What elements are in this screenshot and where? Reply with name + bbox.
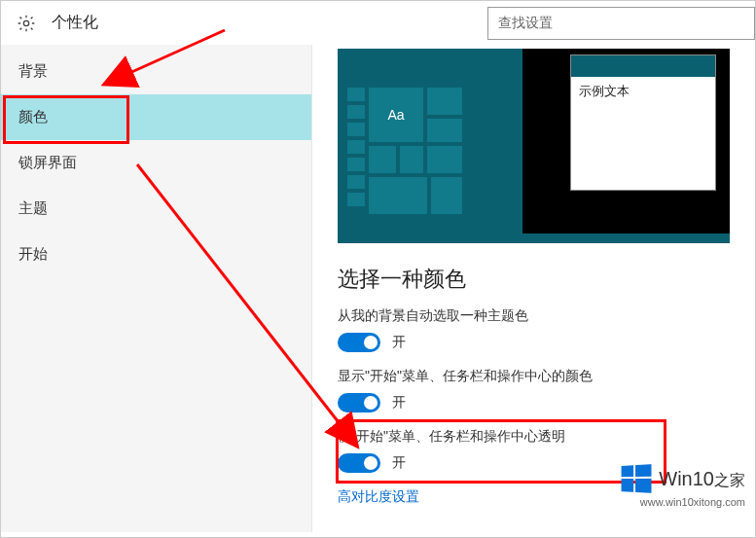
sidebar-item-lockscreen[interactable]: 锁屏界面 [1,140,311,186]
toggle-state: 开 [392,334,406,351]
preview-tile-aa: Aa [369,88,423,142]
sample-window-text: 示例文本 [571,77,715,106]
section-heading: 选择一种颜色 [338,265,730,294]
svg-point-0 [23,20,28,25]
sidebar-item-label: 背景 [18,62,48,79]
color-preview: Aa 示例文本 [338,49,730,243]
toggle-auto-accent[interactable] [338,333,380,352]
page-title: 个性化 [52,13,98,33]
sidebar-item-label: 主题 [18,199,48,216]
setting-label: 显示"开始"菜单、任务栏和操作中心的颜色 [338,368,730,385]
sidebar-item-colors[interactable]: 颜色 [1,94,311,140]
sidebar-item-label: 开始 [18,245,48,262]
sidebar: 背景 颜色 锁屏界面 主题 开始 [1,45,312,532]
settings-gear-icon [17,14,36,33]
setting-label: 使"开始"菜单、任务栏和操作中心透明 [338,428,730,446]
toggle-state: 开 [392,394,406,412]
sidebar-item-label: 锁屏界面 [18,154,77,170]
toggle-transparency[interactable] [338,453,380,473]
sidebar-item-start[interactable]: 开始 [1,232,311,277]
setting-transparency: 使"开始"菜单、任务栏和操作中心透明 开 [338,428,730,473]
setting-show-color: 显示"开始"菜单、任务栏和操作中心的颜色 开 [338,368,730,412]
setting-auto-accent: 从我的背景自动选取一种主题色 开 [338,307,730,352]
toggle-state: 开 [392,454,406,472]
sidebar-item-label: 颜色 [18,108,48,125]
sidebar-item-themes[interactable]: 主题 [1,186,311,232]
search-placeholder: 查找设置 [498,15,553,32]
toggle-show-color[interactable] [338,393,380,412]
content-area: Aa 示例文本 选择一种颜色 从我的背景自动 [312,45,755,532]
search-input[interactable]: 查找设置 [487,7,755,40]
high-contrast-link[interactable]: 高对比度设置 [338,488,730,506]
setting-label: 从我的背景自动选取一种主题色 [338,307,730,325]
sidebar-item-background[interactable]: 背景 [1,49,311,94]
preview-sample-window: 示例文本 [570,54,716,191]
